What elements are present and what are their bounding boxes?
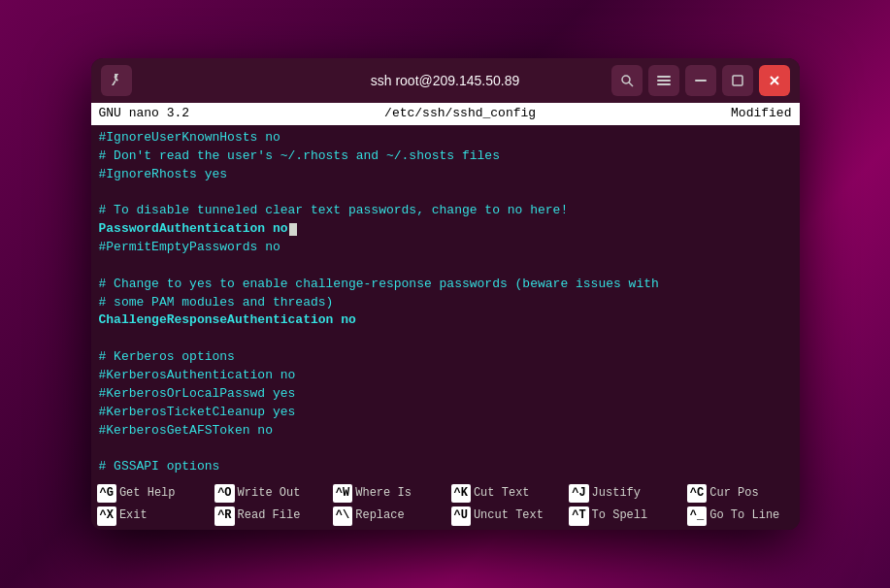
footer-cmd-cut[interactable]: ^K Cut Text (445, 482, 564, 505)
window-title: ssh root@209.145.50.89 (371, 73, 520, 88)
terminal-area[interactable]: GNU nano 3.2 /etc/ssh/sshd_config Modifi… (91, 103, 800, 530)
label-go-to-line: Go To Line (709, 507, 779, 524)
key-write-out: ^O (214, 484, 234, 503)
svg-rect-5 (657, 83, 671, 85)
footer-row-1: ^G Get Help ^O Write Out ^W Where Is ^K … (91, 482, 800, 505)
label-exit: Exit (119, 507, 148, 524)
key-cut-text: ^K (451, 484, 471, 503)
editor-line: #KerberosGetAFSToken no (99, 422, 792, 441)
footer-cmd-justify[interactable]: ^J Justify (563, 482, 681, 505)
key-to-spell: ^T (569, 506, 588, 525)
key-read-file: ^R (214, 506, 234, 525)
label-read-file: Read File (238, 507, 301, 524)
svg-rect-4 (657, 80, 671, 82)
editor-line: #KerberosOrLocalPasswd yes (99, 385, 792, 404)
menu-button[interactable] (648, 65, 679, 96)
key-justify: ^J (569, 484, 588, 503)
nano-footer: ^G Get Help ^O Write Out ^W Where Is ^K … (91, 480, 800, 530)
titlebar-left (101, 65, 132, 96)
cursor (289, 223, 297, 236)
footer-cmd-read[interactable]: ^R Read File (209, 505, 327, 527)
editor-line (99, 440, 792, 458)
svg-rect-3 (657, 76, 671, 78)
footer-cmd-spell[interactable]: ^T To Spell (563, 505, 681, 527)
editor-line: #KerberosAuthentication no (99, 367, 792, 385)
svg-point-1 (622, 76, 630, 83)
nano-filename: /etc/ssh/sshd_config (384, 105, 536, 123)
key-get-help: ^G (97, 484, 116, 503)
terminal-window: ssh root@209.145.50.89 (91, 58, 800, 530)
editor-line: #PermitEmptyPasswords no (99, 239, 792, 257)
editor-line: # Change to yes to enable challenge-resp… (99, 276, 792, 294)
key-where-is: ^W (333, 484, 352, 503)
footer-cmd-curpos[interactable]: ^C Cur Pos (681, 482, 800, 505)
key-uncut-text: ^U (451, 506, 471, 525)
nano-header: GNU nano 3.2 /etc/ssh/sshd_config Modifi… (91, 103, 800, 125)
editor-line (99, 257, 792, 276)
titlebar-controls (611, 65, 790, 96)
editor-line: # GSSAPI options (99, 458, 792, 476)
label-uncut-text: Uncut Text (474, 507, 544, 524)
label-get-help: Get Help (119, 485, 176, 502)
key-replace: ^\ (333, 506, 352, 525)
editor-area[interactable]: #IgnoreUserKnownHosts no # Don't read th… (91, 125, 800, 480)
svg-rect-0 (115, 74, 118, 75)
editor-line: #KerberosTicketCleanup yes (99, 404, 792, 422)
svg-rect-7 (733, 76, 742, 85)
footer-cmd-help[interactable]: ^G Get Help (91, 482, 210, 505)
svg-rect-6 (695, 80, 707, 82)
key-cur-pos: ^C (687, 484, 707, 503)
maximize-button[interactable] (722, 65, 753, 96)
footer-cmd-write[interactable]: ^O Write Out (209, 482, 327, 505)
editor-line: # To disable tunneled clear text passwor… (99, 202, 792, 220)
label-cut-text: Cut Text (474, 485, 530, 502)
editor-line: #IgnoreUserKnownHosts no (99, 129, 792, 147)
titlebar: ssh root@209.145.50.89 (91, 58, 800, 103)
key-exit: ^X (97, 506, 116, 525)
footer-row-2: ^X Exit ^R Read File ^\ Replace ^U Uncut… (91, 505, 800, 527)
editor-line (99, 184, 792, 203)
close-button[interactable] (759, 65, 790, 96)
editor-line: # Kerberos options (99, 348, 792, 367)
footer-cmd-uncut[interactable]: ^U Uncut Text (445, 505, 564, 527)
label-justify: Justify (592, 485, 641, 502)
editor-line-challenge: ChallengeResponseAuthentication no (99, 311, 792, 330)
footer-cmd-exit[interactable]: ^X Exit (91, 505, 210, 527)
editor-line (99, 330, 792, 348)
footer-cmd-goto[interactable]: ^_ Go To Line (681, 505, 800, 527)
nano-version: GNU nano 3.2 (99, 105, 190, 123)
editor-line: # some PAM modules and threads) (99, 294, 792, 312)
pin-button[interactable] (101, 65, 132, 96)
nano-modified: Modified (731, 105, 791, 123)
search-button[interactable] (611, 65, 643, 96)
label-cur-pos: Cur Pos (709, 485, 758, 502)
label-replace: Replace (355, 507, 404, 524)
footer-cmd-where[interactable]: ^W Where Is (327, 482, 445, 505)
editor-line: #IgnoreRhosts yes (99, 166, 792, 184)
svg-line-2 (629, 82, 633, 86)
label-write-out: Write Out (238, 485, 301, 502)
key-go-to-line: ^_ (687, 506, 707, 525)
editor-line: # Don't read the user's ~/.rhosts and ~/… (99, 147, 792, 166)
label-to-spell: To Spell (592, 507, 648, 524)
label-where-is: Where Is (355, 485, 412, 502)
editor-line-password-auth: PasswordAuthentication no (99, 220, 792, 239)
minimize-button[interactable] (685, 65, 716, 96)
footer-cmd-replace[interactable]: ^\ Replace (327, 505, 445, 527)
